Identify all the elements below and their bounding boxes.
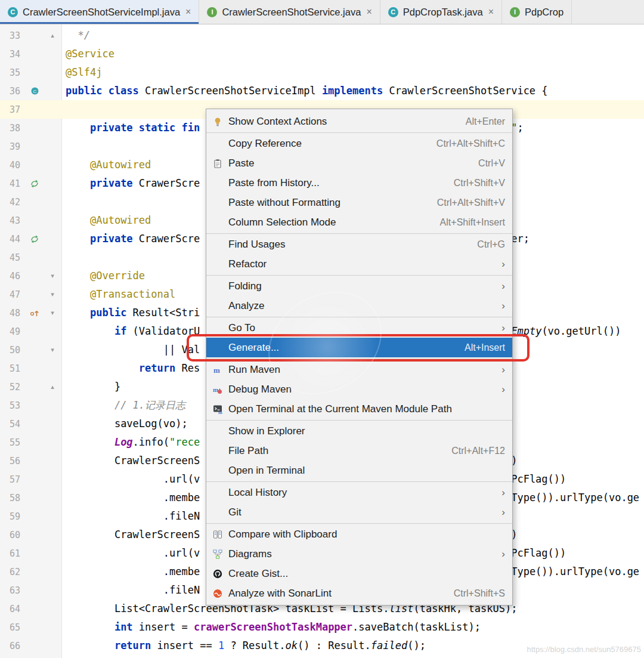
code-text[interactable] [62, 193, 66, 211]
menu-item-folding[interactable]: Folding› [206, 276, 512, 296]
compare-icon [211, 529, 224, 540]
menu-separator [206, 317, 512, 317]
menu-icon-placeholder [211, 487, 224, 498]
svg-text:m: m [218, 410, 222, 414]
menu-item-copy-reference[interactable]: Copy ReferenceCtrl+Alt+Shift+C [206, 134, 512, 153]
code-text[interactable]: Log.info("rece [62, 433, 200, 452]
code-text[interactable]: @Autowired [62, 156, 151, 174]
menu-item-label: Analyze [228, 300, 484, 312]
menu-item-go-to[interactable]: Go To› [206, 318, 512, 338]
menu-item-run-maven[interactable]: mRun Maven› [206, 360, 512, 379]
close-icon[interactable]: × [366, 7, 371, 17]
code-text[interactable]: @Service [62, 45, 114, 63]
line-number: 58 [0, 493, 24, 503]
menu-item-create-gist[interactable]: Create Gist... [206, 564, 512, 583]
gutter: 62 [0, 563, 62, 581]
code-text[interactable]: int insert = crawerScreenShotTaskMapper.… [62, 618, 481, 637]
menu-item-git[interactable]: Git› [206, 502, 512, 522]
code-text[interactable]: } [62, 378, 120, 396]
menu-item-open-in-terminal[interactable]: Open in Terminal [206, 461, 512, 480]
menu-item-paste[interactable]: PasteCtrl+V [206, 153, 512, 173]
tab-label: PdpCrop [525, 7, 564, 18]
gutter: 50▾ [0, 341, 62, 359]
overriding-method-icon[interactable] [24, 309, 45, 317]
code-text[interactable] [62, 248, 66, 267]
code-text[interactable]: || Val [62, 341, 200, 359]
code-text[interactable]: public class CrawlerScreenShotServiceImp… [62, 82, 548, 100]
menu-item-label: File Path [228, 445, 437, 457]
menu-item-analyze[interactable]: Analyze› [206, 296, 512, 316]
tab-pdpcroptask-java[interactable]: C PdpCropTask.java × [380, 0, 502, 24]
code-text[interactable]: public Result<Stri [62, 304, 200, 322]
menu-item-paste-without-formatting[interactable]: Paste without FormattingCtrl+Alt+Shift+V [206, 193, 512, 212]
gutter: 57 [0, 470, 62, 489]
code-text[interactable]: .fileN [62, 581, 200, 600]
code-text[interactable]: private CrawerScre [62, 174, 200, 193]
menu-item-label: Refactor [228, 258, 484, 270]
fold-marker-icon[interactable]: ▾ [45, 341, 60, 359]
code-text[interactable]: return insert == 1 ? Result.ok() : Resul… [62, 637, 426, 655]
gutter: 40 [0, 156, 62, 174]
code-text[interactable]: .fileN [62, 507, 200, 526]
menu-item-show-in-explorer[interactable]: Show in Explorer [206, 421, 512, 441]
gutter: 37 [0, 100, 62, 119]
tab-pdpcrop-truncated[interactable]: I PdpCrop [502, 0, 572, 24]
fold-marker-icon[interactable]: ▾ [45, 304, 60, 322]
spring-bean-icon[interactable] [24, 235, 45, 243]
code-text[interactable]: */ [62, 26, 90, 45]
code-text[interactable]: @Slf4j [62, 63, 102, 82]
gutter: 51 [0, 359, 62, 378]
code-text[interactable]: @Override [62, 267, 145, 285]
menu-item-generate[interactable]: Generate...Alt+Insert [206, 338, 512, 357]
gutter: 33▴ [0, 26, 62, 45]
gutter: 34 [0, 45, 62, 63]
class-icon[interactable]: C [24, 87, 45, 95]
menu-item-column-selection-mode[interactable]: Column Selection ModeAlt+Shift+Insert [206, 212, 512, 232]
line-number: 38 [0, 123, 24, 134]
fold-marker-icon[interactable]: ▴ [45, 378, 60, 396]
menu-item-refactor[interactable]: Refactor› [206, 254, 512, 274]
line-number: 55 [0, 437, 24, 448]
menu-item-show-context-actions[interactable]: Show Context ActionsAlt+Enter [206, 112, 512, 131]
code-text[interactable] [62, 100, 66, 119]
code-text[interactable]: @Transactional [62, 285, 175, 304]
close-icon[interactable]: × [185, 7, 191, 17]
spring-bean-icon[interactable] [24, 180, 45, 188]
menu-item-shortcut: Alt+Shift+Insert [440, 217, 505, 228]
menu-item-label: Find Usages [228, 239, 463, 251]
menu-item-paste-from-history[interactable]: Paste from History...Ctrl+Shift+V [206, 173, 512, 193]
tab-crawlerscreenshotserviceimpl-java[interactable]: C CrawlerScreenShotServiceImpl.java × [0, 0, 199, 24]
fold-marker-icon[interactable]: ▴ [45, 26, 60, 45]
code-text[interactable]: // 1.记录日志 [62, 396, 185, 415]
tab-label: CrawlerScreenShotServiceImpl.java [23, 7, 180, 18]
menu-item-shortcut: Ctrl+V [478, 158, 505, 169]
gutter: 38 [0, 119, 62, 137]
line-number: 66 [0, 641, 24, 651]
fold-marker-icon[interactable]: ▾ [45, 285, 60, 304]
fold-marker-icon[interactable]: ▾ [45, 267, 60, 285]
code-text[interactable] [62, 137, 66, 156]
menu-separator [206, 275, 512, 276]
tab-crawlerscreenshotservice-java[interactable]: I CrawlerScreenShotService.java × [199, 0, 380, 24]
svg-text:m: m [213, 386, 218, 393]
menu-item-open-terminal-at-the-current-maven-module-path[interactable]: mOpen Terminal at the Current Maven Modu… [206, 399, 512, 419]
menu-item-diagrams[interactable]: Diagrams› [206, 544, 512, 564]
menu-item-label: Debug Maven [228, 384, 484, 396]
line-number: 43 [0, 215, 24, 226]
menu-item-file-path[interactable]: File PathCtrl+Alt+F12 [206, 441, 512, 461]
menu-item-local-history[interactable]: Local History› [206, 483, 512, 502]
menu-item-debug-maven[interactable]: mDebug Maven› [206, 379, 512, 399]
code-text[interactable]: saveLog(vo); [62, 415, 188, 433]
menu-item-find-usages[interactable]: Find UsagesCtrl+G [206, 234, 512, 254]
code-text[interactable]: return Res [62, 359, 200, 378]
line-number: 53 [0, 400, 24, 411]
code-text[interactable]: @Autowired [62, 211, 151, 230]
menu-item-analyze-with-sonarlint[interactable]: Analyze with SonarLintCtrl+Shift+S [206, 583, 512, 603]
line-number: 59 [0, 511, 24, 522]
close-icon[interactable]: × [488, 7, 494, 17]
maven-debug-icon: m [211, 384, 224, 395]
menu-item-shortcut: Ctrl+Alt+Shift+V [437, 197, 505, 208]
gutter: 58 [0, 489, 62, 507]
tab-label: CrawlerScreenShotService.java [222, 7, 361, 18]
menu-item-compare-with-clipboard[interactable]: Compare with Clipboard [206, 524, 512, 544]
